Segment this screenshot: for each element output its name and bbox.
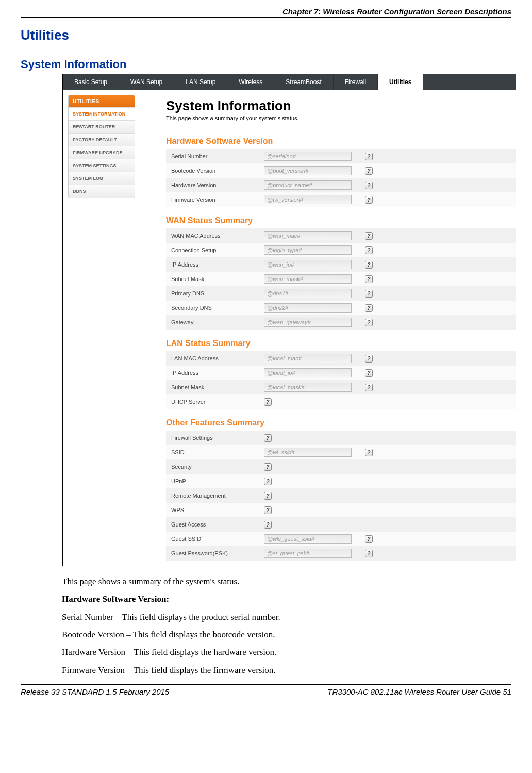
sidebar-header: UTILITIES [69,95,135,107]
help-icon[interactable]: ? [365,304,373,312]
row-value-cell [264,260,362,269]
value-field[interactable] [264,195,352,204]
data-row: Bootcode Version? [166,163,516,178]
row-label: Firmware Version [166,196,264,203]
value-field[interactable] [264,318,352,327]
topnav-tab-lan-setup[interactable]: LAN Setup [174,74,227,90]
help-icon[interactable]: ? [365,384,373,391]
topnav-tab-wireless[interactable]: Wireless [227,74,274,90]
help-icon[interactable]: ? [365,167,373,175]
help-icon[interactable]: ? [365,449,373,456]
row-label: Guest Access [166,521,264,528]
value-field[interactable] [264,245,352,255]
data-row: Connection Setup? [166,243,516,257]
value-field[interactable] [264,448,352,457]
row-value-cell: ? [264,521,362,529]
help-icon[interactable]: ? [365,261,373,269]
data-row: Subnet Mask? [166,272,516,286]
topnav-tab-firewall[interactable]: Firewall [334,74,378,90]
row-label: UPnP [166,478,264,484]
help-icon[interactable]: ? [264,492,272,500]
row-value-cell [264,368,362,377]
sidebar-item-restart-router[interactable]: RESTART ROUTER [69,120,135,133]
data-row: DHCP Server? [166,394,516,409]
data-row: Hardware Version? [166,178,516,192]
help-icon[interactable]: ? [264,478,272,485]
value-field[interactable] [264,152,352,161]
value-field[interactable] [264,289,352,298]
page-title-utilities: Utilities [21,27,511,43]
sidebar-item-system-settings[interactable]: SYSTEM SETTINGS [69,159,135,172]
sidebar-item-system-information[interactable]: SYSTEM INFORMATION [69,107,135,120]
data-row: Guest SSID? [166,532,516,546]
data-row: IP Address? [166,257,516,272]
help-icon[interactable]: ? [365,275,373,283]
data-row: Remote Management? [166,488,516,503]
topnav-tab-utilities[interactable]: Utilities [378,74,423,90]
row-value-cell [264,289,362,298]
row-label: Gateway [166,319,264,325]
help-icon[interactable]: ? [365,246,373,254]
help-icon[interactable]: ? [365,196,373,204]
help-cell: ? [362,167,377,175]
topnav-tab-streamboost[interactable]: StreamBoost [274,74,333,90]
help-icon[interactable]: ? [365,232,373,240]
help-icon[interactable]: ? [264,463,272,471]
help-icon[interactable]: ? [365,319,373,326]
help-icon[interactable]: ? [264,521,272,529]
data-row: Primary DNS? [166,286,516,301]
help-icon[interactable]: ? [264,506,272,514]
help-cell: ? [362,369,377,377]
sidebar-item-factory-default[interactable]: FACTORY DEFAULT [69,133,135,146]
help-cell: ? [362,153,377,160]
help-icon[interactable]: ? [264,398,272,406]
help-cell: ? [362,449,377,456]
value-field[interactable] [264,260,352,269]
page-footer: Release 33 STANDARD 1.5 February 2015 TR… [21,684,511,696]
data-row: Firmware Version? [166,192,516,207]
row-value-cell: ? [264,398,362,406]
value-field[interactable] [264,180,352,190]
value-field[interactable] [264,383,352,392]
help-icon[interactable]: ? [365,550,373,557]
value-field[interactable] [264,231,352,240]
body-intro: This page shows a summary of the system'… [62,575,511,588]
help-icon[interactable]: ? [365,535,373,543]
value-field[interactable] [264,274,352,284]
sidebar-item-firmware-upgrade[interactable]: FIRMWARE UPGRADE [69,146,135,159]
body-serial-number: Serial Number – This field displays the … [62,611,511,624]
value-field[interactable] [264,166,352,175]
row-label: Guest SSID [166,536,264,542]
help-icon[interactable]: ? [365,153,373,160]
row-label: LAN MAC Address [166,355,264,361]
topnav-tab-wan-setup[interactable]: WAN Setup [119,74,174,90]
help-cell: ? [362,304,377,312]
help-icon[interactable]: ? [365,182,373,189]
row-value-cell [264,274,362,284]
row-value-cell [264,383,362,392]
value-field[interactable] [264,549,352,558]
body-bootcode-version: Bootcode Version – This field displays t… [62,628,511,642]
value-field[interactable] [264,534,352,544]
chapter-header: Chapter 7: Wireless Router Configuration… [21,7,511,18]
sidebar-item-ddns[interactable]: DDNS [69,185,135,198]
value-field[interactable] [264,303,352,313]
help-icon[interactable]: ? [365,369,373,377]
value-field[interactable] [264,354,352,363]
help-icon[interactable]: ? [264,434,272,442]
topnav-tab-basic-setup[interactable]: Basic Setup [63,74,119,90]
row-label: IP Address [166,261,264,268]
row-value-cell [264,152,362,161]
help-cell: ? [362,232,377,240]
row-value-cell: ? [264,506,362,514]
footer-right: TR3300-AC 802.11ac Wireless Router User … [327,687,511,696]
sidebar-item-system-log[interactable]: SYSTEM LOG [69,172,135,185]
footer-left: Release 33 STANDARD 1.5 February 2015 [21,687,169,696]
help-icon[interactable]: ? [365,290,373,298]
value-field[interactable] [264,368,352,377]
body-hardware-version: Hardware Version – This field displays t… [62,646,511,659]
data-row: Guest Access? [166,517,516,532]
router-screenshot: Basic SetupWAN SetupLAN SetupWirelessStr… [62,74,516,566]
help-icon[interactable]: ? [365,355,373,363]
row-label: Remote Management [166,492,264,499]
